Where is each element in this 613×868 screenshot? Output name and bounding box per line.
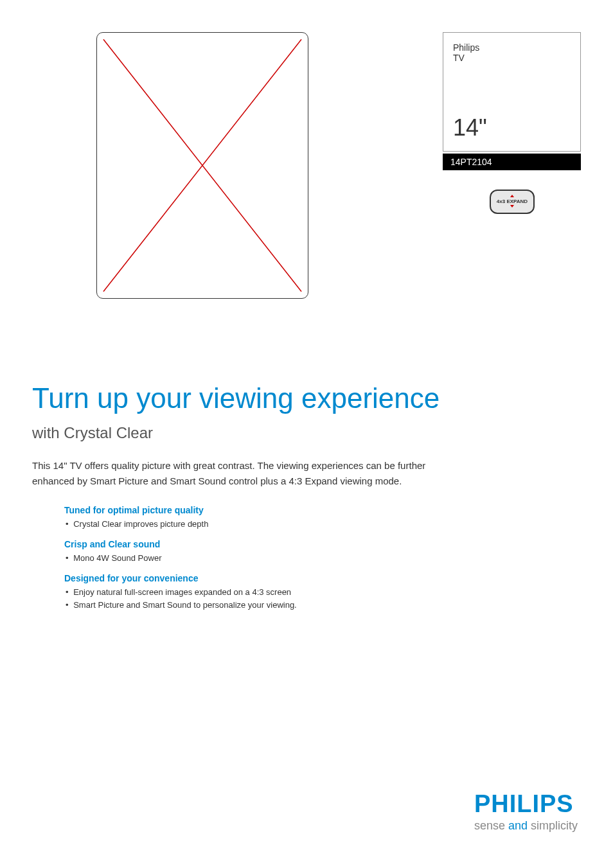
content-section: Turn up your viewing experience with Cry…: [32, 382, 581, 612]
description-text: This 14" TV offers quality picture with …: [32, 458, 431, 489]
feature-item: Enjoy natural full-screen images expande…: [66, 586, 581, 599]
product-info-box: Philips TV 14": [443, 32, 581, 152]
feature-item: Mono 4W Sound Power: [66, 552, 581, 565]
info-box-container: Philips TV 14" 14PT2104 4x3 EXPAND: [443, 32, 581, 299]
tagline: sense and simplicity: [474, 819, 578, 833]
product-image-placeholder: [96, 32, 308, 299]
features-section: Tuned for optimal picture quality Crysta…: [64, 505, 581, 612]
feature-item: Crystal Clear improves picture depth: [66, 518, 581, 531]
svg-marker-2: [510, 195, 514, 197]
feature-group-title: Designed for your convenience: [64, 573, 581, 583]
feature-group-title: Tuned for optimal picture quality: [64, 505, 581, 515]
feature-group-title: Crisp and Clear sound: [64, 539, 581, 549]
subheadline: with Crystal Clear: [32, 424, 581, 442]
expand-badge: 4x3 EXPAND: [490, 190, 535, 214]
tagline-accent: and: [508, 819, 528, 832]
placeholder-x-icon: [97, 33, 308, 298]
philips-logo: PHILIPS: [474, 790, 578, 818]
screen-size: 14": [453, 114, 571, 141]
svg-marker-3: [510, 205, 514, 208]
model-number: 14PT2104: [443, 154, 581, 170]
svg-text:4x3 EXPAND: 4x3 EXPAND: [496, 199, 528, 204]
tagline-part2: simplicity: [528, 819, 578, 832]
brand-name: Philips: [453, 42, 571, 53]
main-headline: Turn up your viewing experience: [32, 382, 581, 414]
product-type: TV: [453, 53, 571, 63]
tagline-part1: sense: [474, 819, 508, 832]
feature-item: Smart Picture and Smart Sound to persona…: [66, 599, 581, 612]
top-section: Philips TV 14" 14PT2104 4x3 EXPAND: [32, 32, 581, 299]
footer-logo-section: PHILIPS sense and simplicity: [474, 790, 578, 833]
expand-badge-icon: 4x3 EXPAND: [496, 195, 528, 208]
expand-badge-container: 4x3 EXPAND: [443, 190, 581, 214]
